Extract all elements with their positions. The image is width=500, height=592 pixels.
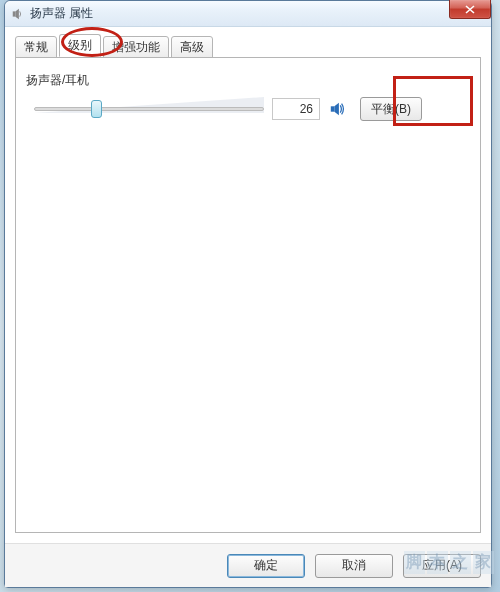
svg-rect-0: [13, 11, 16, 16]
tab-panel-level: 扬声器/耳机 平衡(B): [15, 57, 481, 533]
dialog-footer: 确定 取消 应用(A): [5, 543, 491, 587]
balance-button[interactable]: 平衡(B): [360, 97, 422, 121]
tab-enhancements[interactable]: 增强功能: [103, 36, 169, 58]
client-area: 常规 级别 增强功能 高级 扬声器/耳机: [5, 27, 491, 543]
tab-label: 级别: [68, 37, 92, 54]
apply-label: 应用(A): [422, 558, 462, 572]
tab-label: 高级: [180, 39, 204, 56]
mute-toggle[interactable]: [328, 99, 348, 119]
speaker-app-icon: [11, 7, 25, 21]
cancel-button[interactable]: 取消: [315, 554, 393, 578]
svg-marker-3: [334, 103, 339, 116]
tab-level[interactable]: 级别: [59, 34, 101, 57]
tab-advanced[interactable]: 高级: [171, 36, 213, 58]
svg-rect-2: [331, 106, 335, 111]
slider-thumb[interactable]: [91, 100, 102, 118]
ok-button[interactable]: 确定: [227, 554, 305, 578]
svg-marker-1: [15, 8, 19, 19]
volume-slider[interactable]: [34, 95, 264, 123]
cancel-label: 取消: [342, 558, 366, 572]
slider-group-label: 扬声器/耳机: [26, 72, 470, 89]
slider-track: [34, 107, 264, 111]
slider-row: 平衡(B): [26, 95, 470, 123]
close-button[interactable]: [449, 0, 491, 19]
properties-dialog: 扬声器 属性 常规 级别 增强功能 高级 扬声器/耳机: [4, 0, 492, 588]
close-icon: [465, 5, 475, 14]
tab-strip: 常规 级别 增强功能 高级: [15, 33, 481, 57]
window-title: 扬声器 属性: [30, 5, 487, 22]
tab-label: 增强功能: [112, 39, 160, 56]
ok-label: 确定: [254, 558, 278, 572]
speaker-icon: [329, 100, 347, 118]
titlebar[interactable]: 扬声器 属性: [5, 1, 491, 27]
tab-label: 常规: [24, 39, 48, 56]
apply-button[interactable]: 应用(A): [403, 554, 481, 578]
tab-general[interactable]: 常规: [15, 36, 57, 58]
balance-button-label: 平衡(B): [371, 102, 411, 116]
volume-value-input[interactable]: [272, 98, 320, 120]
